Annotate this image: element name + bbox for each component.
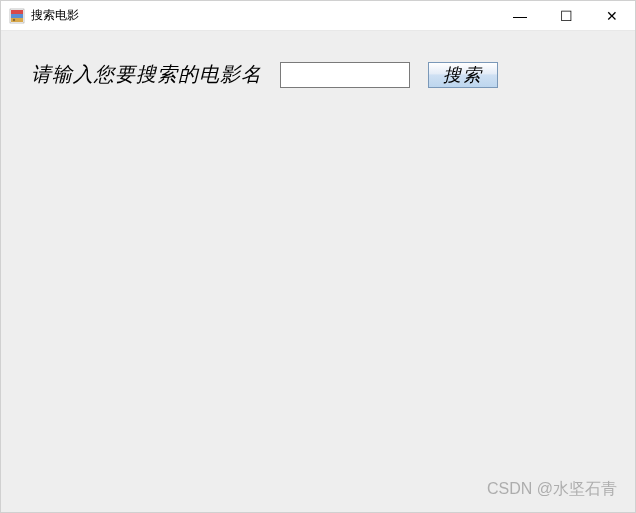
- maximize-button[interactable]: ☐: [543, 1, 589, 30]
- search-button[interactable]: 搜索: [428, 62, 498, 88]
- svg-rect-2: [11, 14, 23, 18]
- titlebar[interactable]: 搜索电影 — ☐ ✕: [1, 1, 635, 31]
- minimize-button[interactable]: —: [497, 1, 543, 30]
- svg-point-4: [13, 18, 15, 20]
- window-title: 搜索电影: [31, 7, 497, 24]
- search-row: 请输入您要搜索的电影名 搜索: [31, 61, 605, 88]
- client-area: 请输入您要搜索的电影名 搜索 CSDN @水坚石青: [1, 31, 635, 512]
- svg-rect-1: [11, 10, 23, 14]
- window-controls: — ☐ ✕: [497, 1, 635, 30]
- close-button[interactable]: ✕: [589, 1, 635, 30]
- app-icon: [9, 8, 25, 24]
- search-label: 请输入您要搜索的电影名: [31, 61, 262, 88]
- watermark: CSDN @水坚石青: [487, 479, 617, 500]
- search-input[interactable]: [280, 62, 410, 88]
- app-window: 搜索电影 — ☐ ✕ 请输入您要搜索的电影名 搜索 CSDN @水坚石青: [0, 0, 636, 513]
